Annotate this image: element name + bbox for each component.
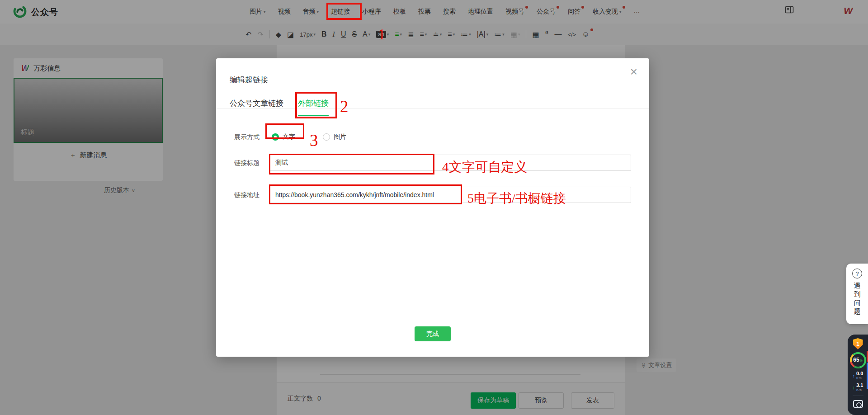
link-title-label: 链接标题 [234, 155, 259, 171]
display-mode-options: 文字 图片 [272, 131, 346, 143]
download-speed-value: 3.1 [856, 383, 863, 388]
link-title-input[interactable] [269, 155, 631, 171]
help-text-char: 问 [854, 298, 861, 307]
radio-image-label[interactable]: 图片 [334, 133, 346, 141]
display-mode-label: 展示方式 [234, 131, 259, 143]
gauge-center: 65 % [852, 354, 864, 367]
arrow-down-icon: ↓ [853, 385, 855, 390]
tab-official-article-link[interactable]: 公众号文章链接 [230, 98, 283, 108]
download-speed: ↓ 3.1 K/s [853, 383, 863, 392]
done-button[interactable]: 完成 [415, 326, 451, 341]
help-text-char: 遇 [854, 281, 861, 290]
download-speed-unit: K/s [856, 388, 862, 392]
radio-text-label[interactable]: 文字 [283, 133, 295, 141]
tab-external-link[interactable]: 外部链接 [298, 98, 329, 108]
performance-gauge[interactable]: 65 % [850, 352, 866, 368]
link-url-label: 链接地址 [234, 187, 259, 203]
widget-divider [853, 396, 863, 396]
arrow-up-icon: ↑ [853, 373, 855, 378]
security-shield-icon[interactable]: 1 [853, 338, 863, 349]
tabs-divider [216, 108, 649, 108]
close-icon[interactable] [630, 66, 637, 78]
gauge-value: 65 [853, 357, 859, 363]
gauge-unit: % [860, 359, 863, 362]
system-monitor-widget[interactable]: 1 65 % ↑ 0.0 K/s ↓ 3.1 K/s [848, 335, 868, 415]
help-vertical-text: 遇到问题 [854, 281, 861, 316]
question-mark-icon: ? [852, 269, 862, 278]
upload-speed-value: 0.0 [856, 371, 863, 376]
link-url-input[interactable] [269, 187, 631, 203]
radio-text-selected[interactable] [272, 133, 279, 141]
help-text-char: 题 [854, 307, 861, 316]
help-text-char: 到 [854, 290, 861, 298]
upload-speed-unit: K/s [856, 376, 862, 380]
edit-hyperlink-dialog: 编辑超链接 公众号文章链接 外部链接 展示方式 文字 图片 链接标题 链接地址 … [216, 58, 649, 357]
screenshot-camera-icon[interactable] [853, 400, 863, 408]
app-window: 公众号 图片 视频 音频 [0, 0, 868, 415]
dialog-title: 编辑超链接 [230, 75, 268, 85]
upload-speed: ↑ 0.0 K/s [853, 371, 863, 380]
help-widget[interactable]: ? 遇到问题 [846, 264, 868, 324]
radio-image-unselected[interactable] [323, 133, 330, 141]
